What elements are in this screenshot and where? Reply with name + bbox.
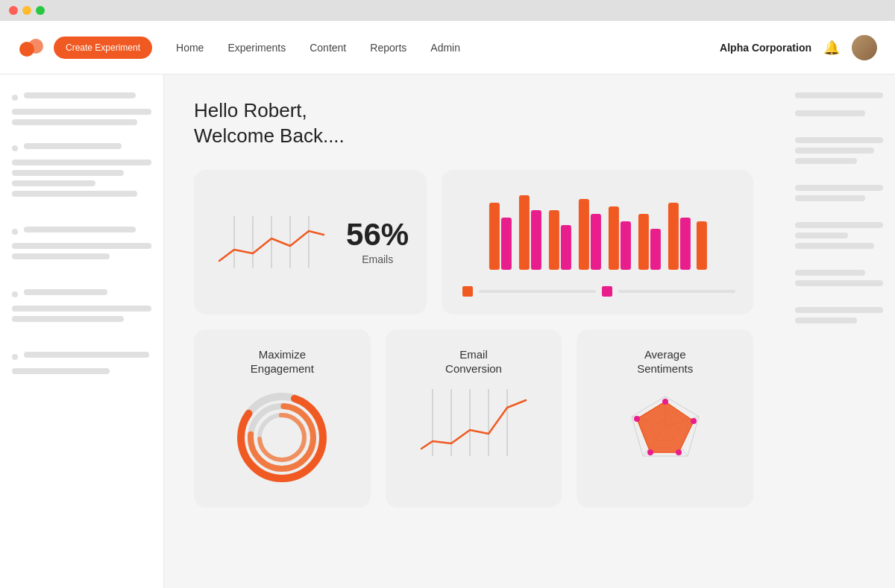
- skel-line: [12, 170, 124, 176]
- skel-line: [795, 137, 883, 143]
- right-panel-skeleton: [795, 92, 883, 328]
- svg-rect-14: [591, 214, 601, 270]
- sidebar-skeleton: [12, 92, 151, 385]
- nav-home[interactable]: Home: [176, 42, 204, 54]
- svg-point-42: [662, 399, 668, 405]
- svg-point-1: [28, 39, 43, 54]
- average-sentiments-title: AverageSentiments: [594, 347, 735, 376]
- skel-line: [24, 289, 107, 295]
- avatar[interactable]: [852, 35, 877, 60]
- greeting: Hello Robert, Welcome Back....: [194, 98, 753, 149]
- greeting-line2: Welcome Back....: [194, 124, 753, 149]
- email-line-chart: [212, 209, 334, 276]
- skel-line: [795, 270, 865, 276]
- carousel-dot-orange[interactable]: [462, 286, 473, 297]
- svg-rect-18: [650, 229, 661, 270]
- nav-experiments[interactable]: Experiments: [227, 42, 286, 54]
- skel-line: [795, 243, 874, 249]
- bar-chart-card: [442, 170, 753, 314]
- app-logo: [18, 34, 45, 61]
- company-name: Alpha Corporation: [720, 42, 811, 54]
- radar-chart-svg: [613, 385, 717, 482]
- nav-admin[interactable]: Admin: [430, 42, 460, 54]
- skel-dot: [12, 145, 18, 151]
- svg-point-45: [647, 449, 653, 455]
- maximize-engagement-title: MaximizeEngagement: [212, 347, 353, 376]
- skel-dot: [12, 354, 18, 360]
- close-button[interactable]: [9, 6, 18, 15]
- skel-line: [12, 159, 151, 165]
- email-stat-display: 56% Emails: [346, 219, 409, 265]
- skel-dot: [12, 229, 18, 235]
- svg-rect-7: [489, 203, 500, 270]
- svg-rect-8: [501, 218, 512, 270]
- right-panel: [783, 75, 895, 588]
- carousel-dots: [459, 286, 735, 297]
- bottom-cards-row: MaximizeEngagement: [194, 329, 753, 508]
- app-container: Create Experiment Home Experiments Conte…: [0, 21, 895, 588]
- email-percent: 56%: [346, 219, 409, 250]
- nav-links: Home Experiments Content Reports Admin: [176, 42, 720, 54]
- svg-rect-11: [549, 210, 559, 270]
- skel-line: [12, 191, 137, 197]
- skel-line: [24, 352, 149, 358]
- skel-dot: [12, 95, 18, 101]
- skel-line: [795, 110, 865, 116]
- skel-line: [12, 253, 110, 259]
- skel-line: [795, 317, 857, 323]
- email-conversion-title: EmailConversion: [403, 347, 544, 376]
- skel-line: [12, 316, 124, 322]
- svg-rect-20: [680, 218, 691, 270]
- skel-line: [795, 148, 874, 154]
- maximize-button[interactable]: [36, 6, 45, 15]
- average-sentiments-card: AverageSentiments: [577, 329, 753, 508]
- svg-point-44: [676, 449, 682, 455]
- svg-rect-9: [519, 195, 530, 270]
- skel-line: [24, 92, 136, 98]
- top-cards-row: 56% Emails: [194, 170, 753, 314]
- carousel-line2: [618, 290, 735, 293]
- navbar: Create Experiment Home Experiments Conte…: [0, 21, 895, 75]
- svg-rect-21: [697, 221, 707, 270]
- svg-point-46: [634, 416, 640, 422]
- svg-point-43: [691, 418, 697, 424]
- svg-marker-41: [637, 402, 694, 452]
- svg-rect-10: [531, 210, 541, 270]
- window-chrome: [0, 0, 895, 21]
- nav-right: Alpha Corporation 🔔: [720, 35, 877, 60]
- maximize-engagement-card: MaximizeEngagement: [194, 329, 371, 508]
- email-stat-card: 56% Emails: [194, 170, 427, 314]
- avatar-image: [852, 35, 877, 60]
- email-conversion-card: EmailConversion: [386, 329, 562, 508]
- carousel-line: [479, 290, 596, 293]
- email-conversion-chart: [418, 385, 530, 475]
- skel-line: [12, 306, 151, 312]
- svg-rect-19: [668, 203, 679, 270]
- skel-line: [795, 185, 883, 191]
- skel-line: [795, 307, 883, 313]
- minimize-button[interactable]: [22, 6, 31, 15]
- donut-chart-container: [212, 385, 353, 490]
- skel-line: [24, 143, 122, 149]
- svg-rect-13: [579, 199, 589, 270]
- content-area: Hello Robert, Welcome Back....: [164, 75, 783, 588]
- skel-line: [24, 227, 136, 233]
- skel-line: [795, 92, 883, 98]
- email-label: Emails: [346, 253, 409, 265]
- skel-line: [12, 109, 151, 115]
- nav-content[interactable]: Content: [310, 42, 346, 54]
- main-layout: Hello Robert, Welcome Back....: [0, 75, 895, 588]
- skel-dot: [12, 291, 18, 297]
- skel-line: [795, 158, 857, 164]
- skel-line: [12, 368, 110, 374]
- donut-chart-svg: [230, 385, 334, 490]
- carousel-dot-pink[interactable]: [602, 286, 612, 297]
- skel-line: [795, 280, 883, 286]
- create-experiment-button[interactable]: Create Experiment: [54, 37, 152, 59]
- svg-rect-15: [609, 206, 619, 270]
- bell-icon[interactable]: 🔔: [823, 39, 840, 56]
- skel-line: [12, 119, 137, 125]
- greeting-line1: Hello Robert,: [194, 98, 753, 124]
- bar-chart-svg: [459, 188, 735, 277]
- nav-reports[interactable]: Reports: [370, 42, 406, 54]
